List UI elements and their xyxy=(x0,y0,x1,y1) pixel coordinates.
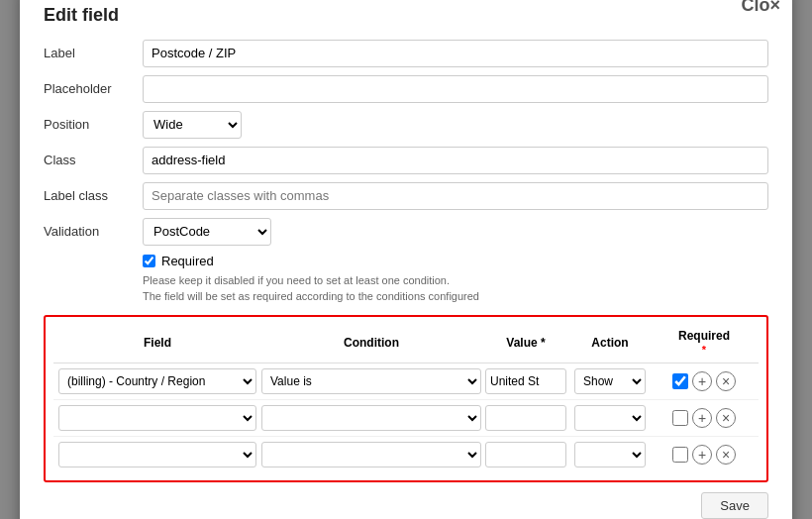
cond-condition-select-3[interactable] xyxy=(261,442,481,467)
cond-required-cell-2: + × xyxy=(650,408,759,428)
modal-title: Edit field xyxy=(44,5,768,26)
cond-field-select-3[interactable] xyxy=(58,442,256,467)
save-button[interactable]: Save xyxy=(701,492,768,519)
label-row: Label xyxy=(44,40,768,67)
cond-value-input-2[interactable] xyxy=(485,405,566,431)
position-field-label: Position xyxy=(44,117,143,132)
cond-condition-select-2[interactable] xyxy=(261,405,481,431)
remove-condition-btn-1[interactable]: × xyxy=(716,371,736,391)
class-input[interactable] xyxy=(143,147,768,174)
placeholder-field-label: Placeholder xyxy=(44,81,143,96)
validation-row: Validation PostCode None Email xyxy=(44,218,768,246)
validation-select[interactable]: PostCode None Email xyxy=(143,218,271,246)
cond-action-select-2[interactable] xyxy=(574,405,646,431)
placeholder-input[interactable] xyxy=(143,75,768,103)
cond-required-cell-1: + × xyxy=(650,371,759,391)
required-checkbox[interactable] xyxy=(143,255,155,267)
cond-required-checkbox-2[interactable] xyxy=(672,410,688,426)
placeholder-row: Placeholder xyxy=(44,75,768,103)
col-header-field: Field xyxy=(53,336,261,350)
condition-row-3: + × xyxy=(53,437,759,472)
col-header-condition: Condition xyxy=(261,336,481,350)
validation-field-label: Validation xyxy=(44,224,143,239)
remove-condition-btn-3[interactable]: × xyxy=(716,445,736,465)
cond-action-select-3[interactable] xyxy=(574,442,646,467)
footer: Save xyxy=(44,492,768,519)
add-condition-btn-2[interactable]: + xyxy=(692,408,712,428)
col-header-value: Value * xyxy=(481,336,570,350)
label-class-field-label: Label class xyxy=(44,188,143,203)
add-condition-btn-1[interactable]: + xyxy=(692,371,712,391)
cond-field-select-2[interactable] xyxy=(58,405,256,431)
add-condition-btn-3[interactable]: + xyxy=(692,445,712,465)
label-class-input[interactable] xyxy=(143,182,768,210)
position-select[interactable]: Wide Half xyxy=(143,111,242,139)
cond-required-checkbox-1[interactable] xyxy=(672,373,688,389)
hint-text: Please keep it disabled if you need to s… xyxy=(143,272,768,305)
label-class-row: Label class xyxy=(44,182,768,210)
col-header-required: Required* xyxy=(650,329,759,357)
cond-value-input-1[interactable] xyxy=(485,368,566,394)
remove-condition-btn-2[interactable]: × xyxy=(716,408,736,428)
class-row: Class xyxy=(44,147,768,174)
label-field-label: Label xyxy=(44,46,143,60)
cond-required-checkbox-3[interactable] xyxy=(672,447,688,463)
cond-required-cell-3: + × xyxy=(650,445,759,465)
condition-row-1: (billing) - Country / Region (billing) -… xyxy=(53,363,759,400)
edit-field-modal: Clo× Edit field Label Placeholder Positi… xyxy=(20,0,792,519)
conditions-header: Field Condition Value * Action Required* xyxy=(53,325,759,363)
cond-action-select-1[interactable]: Show Hide xyxy=(574,368,646,394)
cond-condition-select-1[interactable]: Value is Value is not xyxy=(261,368,481,394)
required-label: Required xyxy=(161,254,214,268)
position-row: Position Wide Half xyxy=(44,111,768,139)
condition-row-2: + × xyxy=(53,400,759,437)
required-row: Required xyxy=(143,254,768,268)
label-input[interactable] xyxy=(143,40,768,67)
close-button[interactable]: Clo× xyxy=(741,0,780,16)
class-field-label: Class xyxy=(44,153,143,167)
col-header-action: Action xyxy=(570,336,650,350)
cond-value-input-3[interactable] xyxy=(485,442,566,467)
conditions-box: Field Condition Value * Action Required*… xyxy=(44,315,768,482)
cond-field-select-1[interactable]: (billing) - Country / Region (billing) -… xyxy=(58,368,256,394)
